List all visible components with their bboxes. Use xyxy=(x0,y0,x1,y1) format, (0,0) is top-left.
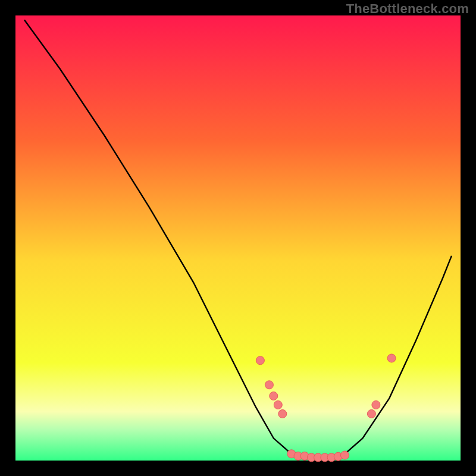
data-point xyxy=(367,410,375,418)
data-point xyxy=(278,410,287,418)
chart-frame: TheBottleneck.com xyxy=(0,0,476,476)
data-point xyxy=(270,392,278,400)
watermark-text: TheBottleneck.com xyxy=(346,1,469,17)
data-point xyxy=(274,401,282,409)
data-point xyxy=(341,451,349,459)
bottleneck-chart xyxy=(0,0,476,476)
data-point xyxy=(265,381,273,389)
data-point xyxy=(256,356,264,365)
data-point xyxy=(387,354,396,362)
data-point xyxy=(372,401,380,409)
gradient-background xyxy=(15,15,461,461)
